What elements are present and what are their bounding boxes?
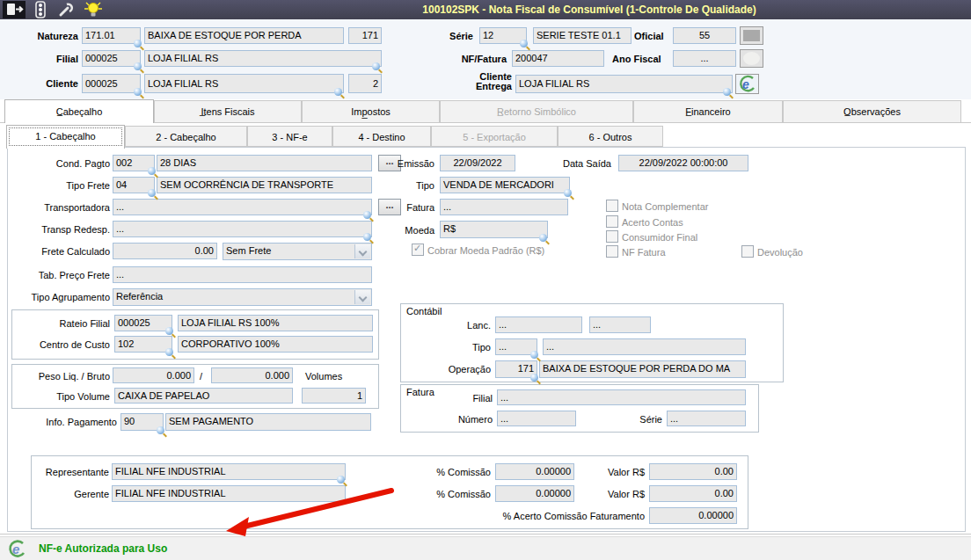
devolucao-label: Devolução — [757, 245, 828, 259]
subtab-6-outros[interactable]: 6 - Outros — [558, 126, 663, 147]
lookup-icon[interactable] — [723, 88, 731, 96]
lookup-icon[interactable] — [148, 189, 156, 197]
select-value: Referência — [116, 291, 163, 302]
lookup-icon[interactable] — [134, 62, 142, 70]
cliente-desc-field[interactable]: LOJA FILIAL RS — [144, 74, 344, 93]
nf-fatura-checkbox — [606, 245, 618, 258]
gerente-label: Gerente — [16, 487, 109, 501]
volumes-qty-field[interactable]: 1 — [302, 388, 366, 404]
peso-liquido-field[interactable]: 0.000 — [113, 367, 194, 383]
natureza-desc-field[interactable]: BAIXA DE ESTOQUE POR PERDA — [144, 27, 344, 44]
lookup-icon[interactable] — [148, 167, 156, 175]
rateio-filial-desc-field[interactable]: LOJA FILIAL RS 100% — [178, 315, 373, 331]
moeda-field[interactable]: R$ — [440, 221, 548, 238]
lookup-icon[interactable] — [165, 327, 173, 335]
cliente-code-field[interactable]: 000025 — [82, 74, 141, 93]
transportadora-label: Transportadora — [16, 200, 110, 215]
acerto-comissao-field[interactable]: 0.00000 — [649, 507, 737, 524]
tab-label: Imp̲ostos — [351, 106, 391, 117]
lookup-icon[interactable] — [157, 426, 164, 434]
lookup-icon[interactable] — [334, 88, 342, 96]
app-window: 100102SPK - Nota Fiscal de Consumível (1… — [0, 0, 971, 560]
tipo-agrupamento-select[interactable]: Referência — [113, 288, 372, 306]
pct-comissao-2-field[interactable]: 0.00000 — [495, 485, 574, 502]
tab-label: I̲tens Fiscais — [201, 106, 254, 117]
bulb-icon[interactable] — [83, 1, 106, 18]
emissao-field[interactable]: 22/09/2022 — [440, 155, 515, 171]
devolucao-checkbox — [741, 245, 754, 258]
frete-calculado-field[interactable]: 0.00 — [113, 243, 217, 259]
natureza-code-field[interactable]: 171.01 — [82, 27, 141, 44]
operacao-desc-field[interactable]: BAIXA DE ESTOQUE POR PERDA DO MA — [539, 360, 746, 378]
ano-fiscal-button[interactable] — [740, 49, 763, 68]
operacao-label: Operação — [422, 362, 491, 376]
tab-observacoes[interactable]: O̲bservações — [783, 100, 961, 122]
fatura-serie-field[interactable]: ... — [667, 411, 746, 426]
lanc-field-1[interactable]: ... — [495, 316, 582, 333]
subtab-4-destino[interactable]: 4 - Destino — [332, 126, 431, 147]
contabil-tipo-desc-field[interactable]: ... — [543, 338, 746, 355]
lookup-icon[interactable] — [539, 234, 547, 242]
transp-redesp-field[interactable]: ... — [113, 221, 372, 237]
fatura-numero-label: Número — [440, 412, 493, 426]
tipo-frete-label: Tipo Frete — [16, 178, 110, 193]
lookup-icon[interactable] — [337, 476, 345, 484]
tab-itens-fiscais[interactable]: I̲tens Fiscais — [154, 100, 302, 122]
valor-1-field[interactable]: 0.00 — [649, 463, 737, 480]
lookup-icon[interactable] — [134, 40, 142, 47]
tab-financeiro[interactable]: F̲inanceiro — [633, 100, 783, 122]
peso-bruto-field[interactable]: 0.000 — [211, 367, 293, 383]
cliente-extra-field[interactable]: 2 — [348, 74, 382, 93]
tab-cabecalho[interactable]: C̲abeçalho — [4, 99, 154, 123]
pct-comissao-2-label: % Comissão — [405, 487, 491, 501]
lookup-icon[interactable] — [363, 233, 371, 241]
traffic-light-icon[interactable] — [30, 1, 53, 18]
tipo-volume-label: Tipo Volume — [16, 389, 110, 404]
cond-pagto-desc-field[interactable]: 28 DIAS — [157, 155, 372, 171]
subtab-2-cabecalho[interactable]: 2 - Cabeçalho — [125, 126, 247, 147]
wrench-icon[interactable] — [56, 1, 79, 18]
contabil-tipo-label: Tipo — [422, 340, 491, 354]
tipo-frete-desc-field[interactable]: SEM OCORRÊNCIA DE TRANSPORTE — [157, 177, 372, 193]
info-pagamento-desc-field[interactable]: SEM PAGAMENTO — [165, 413, 371, 431]
fatura-field[interactable]: ... — [440, 199, 568, 215]
tab-impostos[interactable]: Imp̲ostos — [302, 100, 440, 122]
lookup-icon[interactable] — [564, 189, 572, 197]
subtab-1-cabecalho[interactable]: 1 - Cabeçalho — [6, 125, 125, 149]
nf-fatura-field[interactable]: 200047 — [512, 50, 604, 67]
nfe-button[interactable]: e — [735, 74, 759, 94]
lanc-field-2[interactable]: ... — [589, 316, 651, 333]
lookup-icon[interactable] — [363, 211, 371, 219]
frete-tipo-select[interactable]: Sem Frete — [223, 243, 372, 260]
ano-fiscal-field[interactable]: ... — [673, 50, 736, 67]
serie-desc-field[interactable]: SERIE TESTE 01.1 — [533, 27, 632, 44]
tab-preco-frete-field[interactable]: ... — [113, 266, 372, 283]
transportadora-field[interactable]: ... — [113, 199, 372, 215]
filial-desc-field[interactable]: LOJA FILIAL RS — [144, 50, 382, 67]
cliente-entrega-field[interactable]: LOJA FILIAL RS — [515, 75, 733, 93]
lookup-icon[interactable] — [165, 348, 173, 356]
representante-field[interactable]: FILIAL NFE INDUSTRIAL — [112, 463, 346, 480]
rateio-filial-code-field[interactable]: 000025 — [114, 315, 172, 331]
fatura-numero-field[interactable]: ... — [497, 411, 576, 426]
lookup-icon[interactable] — [520, 40, 528, 47]
filial-code-field[interactable]: 000025 — [82, 50, 141, 67]
natureza-extra-field[interactable]: 171 — [348, 27, 382, 44]
pct-comissao-1-field[interactable]: 0.00000 — [495, 463, 574, 480]
valor-2-field[interactable]: 0.00 — [649, 485, 737, 502]
tipo-field[interactable]: VENDA DE MERCADORI — [440, 177, 570, 193]
oficial-button[interactable] — [740, 26, 763, 45]
exit-icon[interactable] — [3, 1, 26, 18]
tipo-volume-field[interactable]: CAIXA DE PAPELAO — [114, 388, 293, 404]
subtab-3-nfe[interactable]: 3 - NF-e — [247, 126, 332, 147]
lookup-icon[interactable] — [530, 351, 538, 359]
oficial-field[interactable]: 55 — [673, 27, 736, 44]
centro-custo-code-field[interactable]: 102 — [114, 336, 172, 353]
fatura-filial-field[interactable]: ... — [497, 389, 746, 405]
lookup-icon[interactable] — [134, 88, 142, 96]
lookup-icon[interactable] — [530, 374, 538, 382]
data-saida-field[interactable]: 22/09/2022 00:00:00 — [618, 155, 748, 171]
lookup-icon[interactable] — [372, 62, 380, 70]
moeda-label: Moeda — [369, 223, 434, 237]
centro-custo-desc-field[interactable]: CORPORATIVO 100% — [178, 336, 373, 353]
